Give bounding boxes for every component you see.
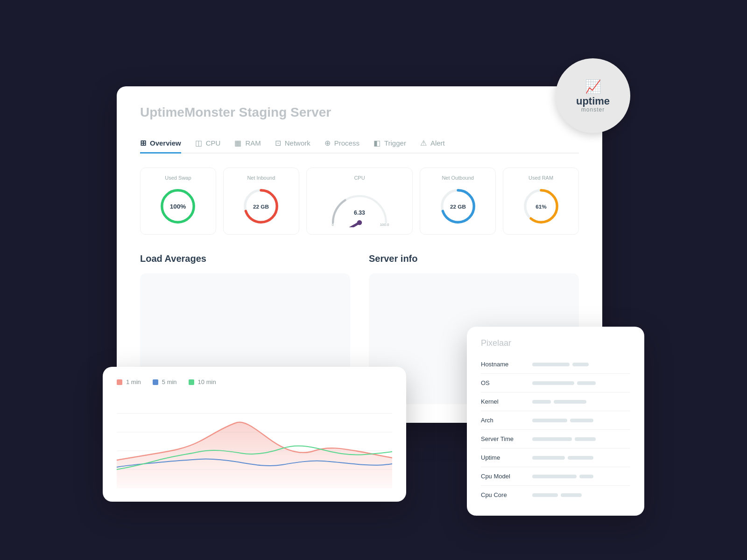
info-val-servertime xyxy=(532,437,596,441)
skeleton-bar xyxy=(561,493,582,497)
skeleton-bar xyxy=(532,437,572,441)
gauge-cpu: CPU 6.33 0 100.0 xyxy=(306,168,413,235)
info-val-cpucore xyxy=(532,493,582,497)
legend-5min-dot xyxy=(153,379,158,385)
svg-point-7 xyxy=(357,220,362,225)
info-key-uptime: Uptime xyxy=(481,454,532,461)
info-key-arch: Arch xyxy=(481,417,532,424)
tab-cpu[interactable]: ◫ CPU xyxy=(195,134,221,154)
info-row-kernel: Kernel xyxy=(481,392,630,411)
legend-1min: 1 min xyxy=(117,378,141,385)
process-icon: ⊕ xyxy=(324,139,331,147)
logo-text: uptime xyxy=(576,96,610,106)
skeleton-bar xyxy=(577,381,596,385)
info-val-kernel xyxy=(532,400,586,404)
info-row-hostname: Hostname xyxy=(481,355,630,374)
gauge-used-swap: Used Swap 100% xyxy=(140,168,216,235)
info-val-cpumodel xyxy=(532,475,593,478)
tab-ram[interactable]: ▦ RAM xyxy=(234,134,261,154)
tab-bar: ⊞ Overview ◫ CPU ▦ RAM ⊡ Network ⊕ Proce… xyxy=(140,134,579,154)
info-val-arch xyxy=(532,419,593,422)
info-row-uptime: Uptime xyxy=(481,448,630,467)
svg-text:22 GB: 22 GB xyxy=(450,203,466,210)
info-val-uptime xyxy=(532,456,593,460)
skeleton-bar xyxy=(532,363,570,366)
info-key-cpumodel: Cpu Model xyxy=(481,473,532,480)
skeleton-bar xyxy=(568,456,593,460)
gauge-outbound-label: Net Outbound xyxy=(442,175,474,181)
gauge-inbound-label: Net Inbound xyxy=(247,175,275,181)
info-row-servertime: Server Time xyxy=(481,430,630,448)
svg-text:0: 0 xyxy=(331,223,334,227)
legend-5min: 5 min xyxy=(153,378,177,385)
logo-badge: 📈 uptime monster xyxy=(556,58,630,133)
load-chart-svg xyxy=(117,395,392,488)
svg-text:6.33: 6.33 xyxy=(354,210,365,216)
gauges-row: Used Swap 100% Net Inbound 22 GB CPU xyxy=(140,168,579,235)
tab-trigger[interactable]: ◧ Trigger xyxy=(374,134,406,154)
page-title: UptimeMonster Staging Server xyxy=(140,105,579,120)
tab-process[interactable]: ⊕ Process xyxy=(324,134,359,154)
info-key-hostname: Hostname xyxy=(481,361,532,368)
info-key-cpucore: Cpu Core xyxy=(481,491,532,498)
logo-sub: monster xyxy=(581,106,605,113)
skeleton-bar xyxy=(554,400,586,404)
info-key-os: OS xyxy=(481,379,532,386)
skeleton-bar xyxy=(572,363,589,366)
gauge-used-ram: Used RAM 61% xyxy=(503,168,579,235)
skeleton-bar xyxy=(532,456,565,460)
trigger-icon: ◧ xyxy=(374,139,381,147)
skeleton-bar xyxy=(532,493,558,497)
logo-icon: 📈 xyxy=(585,79,601,94)
gauge-ram-label: Used RAM xyxy=(529,175,553,181)
alert-icon: ⚠ xyxy=(420,139,427,147)
info-row-arch: Arch xyxy=(481,411,630,430)
skeleton-bar xyxy=(532,400,551,404)
info-key-servertime: Server Time xyxy=(481,435,532,442)
skeleton-bar xyxy=(532,419,567,422)
load-averages-title: Load Averages xyxy=(140,253,350,264)
legend-10min: 10 min xyxy=(189,378,216,385)
server-info-card: Pixelaar Hostname OS Kernel Arch xyxy=(467,327,644,516)
svg-text:100.0: 100.0 xyxy=(380,223,389,227)
info-row-os: OS xyxy=(481,374,630,392)
gauge-net-outbound: Net Outbound 22 GB xyxy=(420,168,496,235)
info-key-kernel: Kernel xyxy=(481,398,532,405)
skeleton-bar xyxy=(575,437,596,441)
info-val-hostname xyxy=(532,363,589,366)
chart-legend: 1 min 5 min 10 min xyxy=(117,378,392,385)
svg-text:61%: 61% xyxy=(536,203,547,210)
gauge-cpu-label: CPU xyxy=(354,175,365,181)
skeleton-bar xyxy=(532,381,574,385)
tab-alert[interactable]: ⚠ Alert xyxy=(420,134,445,154)
skeleton-bar xyxy=(570,419,593,422)
info-row-cpucore: Cpu Core xyxy=(481,486,630,504)
svg-text:22 GB: 22 GB xyxy=(253,203,269,210)
ram-icon: ▦ xyxy=(234,139,241,147)
cpu-icon: ◫ xyxy=(195,139,202,147)
legend-1min-dot xyxy=(117,379,122,385)
load-averages-card: 1 min 5 min 10 min xyxy=(103,367,406,502)
gauge-swap-label: Used Swap xyxy=(165,175,191,181)
skeleton-bar xyxy=(532,475,577,478)
legend-10min-dot xyxy=(189,379,194,385)
gauge-net-inbound: Net Inbound 22 GB xyxy=(223,168,299,235)
info-row-cpumodel: Cpu Model xyxy=(481,467,630,486)
info-val-os xyxy=(532,381,596,385)
tab-overview[interactable]: ⊞ Overview xyxy=(140,134,181,154)
server-info-title: Server info xyxy=(369,253,579,264)
skeleton-bar xyxy=(579,475,593,478)
tab-network[interactable]: ⊡ Network xyxy=(275,134,310,154)
overview-icon: ⊞ xyxy=(140,139,146,147)
svg-text:100%: 100% xyxy=(170,203,186,210)
network-icon: ⊡ xyxy=(275,139,281,147)
server-card-title: Pixelaar xyxy=(481,338,630,348)
